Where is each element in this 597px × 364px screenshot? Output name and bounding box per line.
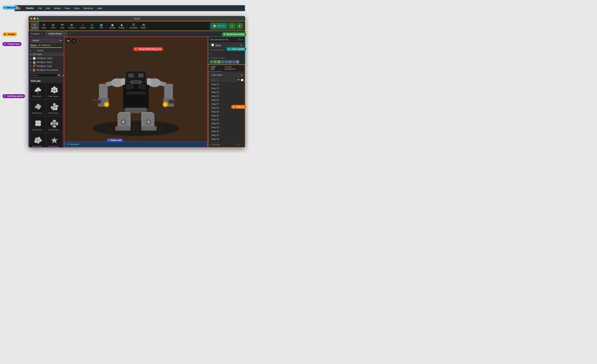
step-item-35[interactable]: › Step 35 [208,133,245,137]
part-item-plant-flower-3[interactable]: Plant Flower ... [47,100,62,116]
edit-colors-button[interactable]: ✏ [241,38,244,41]
swatch-6[interactable] [228,60,232,63]
color-select-dropdown[interactable]: White ▾ [210,43,244,48]
step-view-checkbox[interactable] [241,79,243,81]
annotation-i: I Status line [107,138,123,142]
toolbar-snap[interactable]: ⊙ Snap [88,22,96,30]
part-item-plant-brick[interactable]: Plant Brick, ... [30,83,46,99]
master-select[interactable]: Master [30,38,62,43]
step-item-31[interactable]: › Step 31 [208,118,245,122]
swatch-1[interactable] [210,60,213,63]
step-item-24[interactable]: › Step 24 [208,90,245,94]
toolbar-separator-3 [127,23,127,29]
tree-item-minifig-legs[interactable]: ▶ 🦵 Minifigure, Legs [29,64,64,68]
minimize-icon[interactable]: ⊖ [236,143,237,146]
maximize-button[interactable] [37,17,39,20]
step-item-29[interactable]: › Step 29 [208,110,245,114]
step-item-26[interactable]: › Step 26 [208,98,245,102]
part-item-plant-flower-1[interactable]: Plant Flower ... [47,83,62,99]
model-select[interactable]: Main Model [210,73,244,77]
step-item-33[interactable]: › Step 33 [208,126,245,129]
menu-item-file[interactable]: File [38,7,42,10]
list-view-button[interactable]: ▤ [62,74,64,77]
step-item-36[interactable]: › Step 36 [208,137,245,141]
step-label: Step 22 [212,83,219,86]
step-item-25[interactable]: › Step 25 [208,94,245,98]
swatch-2[interactable] [213,60,217,63]
palette-view-buttons: ▤ ⊘ ⊞ [62,74,64,77]
add-step-button[interactable]: + Add Step [210,143,220,146]
part-item-plant-flower-7[interactable]: Plant Flower ... [47,133,62,147]
tab-cougar[interactable]: Cougar.io ✕ [28,31,46,37]
filter-icon[interactable]: ⧉ [239,38,241,41]
tab-step-list[interactable]: STEP LIST [208,65,222,72]
step-item-34[interactable]: › Step 34 [208,129,245,133]
toolbar-instruction[interactable]: ☰ Instruction [128,22,139,30]
camera-button[interactable]: 📷 [66,38,71,43]
viewport-content[interactable] [64,37,208,142]
step-item-32[interactable]: › Step 32 [208,122,245,126]
part-thumb [49,135,60,145]
step-label: Step 28 [212,107,219,109]
add-icon[interactable]: + [242,143,244,146]
close-button[interactable] [30,17,32,20]
toolbar-clone[interactable]: ⧉ Clone [49,22,58,30]
toolbar-stability[interactable]: ♟ Stability [117,22,126,30]
menu-item-model[interactable]: Model [54,7,60,10]
menu-item-studio[interactable]: Studio [26,7,34,10]
step-search-input[interactable] [210,78,237,82]
tab-untitled[interactable]: Untitled Model ✕ [46,31,68,37]
swatch-4[interactable] [221,60,224,63]
menu-item-edit[interactable]: Edit [46,7,50,10]
swatch-8[interactable] [236,60,239,63]
step-list-tabs: STEP LIST COLOR VALIDATOR [208,65,245,72]
menu-item-tools[interactable]: Tools [74,7,79,10]
tab-cougar-close[interactable]: ✕ [41,32,43,35]
toolbar-connect[interactable]: ⊕ Connect [67,22,76,30]
menu-item-view[interactable]: View [65,7,70,10]
swatch-3[interactable] [217,60,220,63]
add-favorite-button[interactable]: + [210,52,212,56]
tree-tab-shapes[interactable]: Shapes [30,44,37,47]
step-item-23[interactable]: › Step 23 [208,86,245,90]
toolbar-hinge-label: Hinge [42,27,46,29]
toolbar-hinge[interactable]: ↻ Hinge [39,22,48,30]
cart-button[interactable]: 🛒 [228,23,236,29]
add-tab-button[interactable]: + [68,32,73,35]
tree-item-plant[interactable]: ▶ 🌿 Plant [29,52,64,56]
minimize-button[interactable] [33,17,36,20]
tree-item-minifig-body[interactable]: ▶ 🤖 Minifigure, Body [29,60,64,64]
toolbar-select[interactable]: ↖ Select [30,22,39,30]
toolbar-collision[interactable]: ⚠ Collision [78,22,87,30]
tree-tab-bl-categories[interactable]: BL Categories [38,44,50,47]
upload-button[interactable]: ⬆ [236,23,243,29]
target-button[interactable]: ⊙ [71,38,76,43]
sign-in-button[interactable]: 🪙 SIGN IN [211,23,228,29]
svg-point-52 [157,127,158,128]
toolbar-mosaic[interactable]: ⊞ Mosaic [139,22,148,30]
part-label: Plant Brick, ... [31,95,45,97]
tab-untitled-close[interactable]: ✕ [63,32,65,35]
menu-item-help[interactable]: Help [97,7,102,10]
step-item-22[interactable]: › Step 22 [208,82,245,86]
part-label: Plant Flower ... [31,146,45,147]
tree-item-animal[interactable]: ▶ 🐾 Animal [29,48,64,52]
swatch-5[interactable] [225,60,228,63]
tree-item-minifig-head[interactable]: ▶ ⚪ Minifigure, Head [29,56,64,60]
palette-search-input[interactable] [30,74,57,77]
toolbar-hide[interactable]: 👁 Hide [58,22,67,30]
part-item-plant-flower-5[interactable]: Plant Flower ... [47,116,62,132]
step-item-30[interactable]: › Step 30 [208,114,245,118]
camera-icon: 📷 [67,40,70,42]
settings-icon[interactable]: ⚙ [239,143,241,146]
part-item-plant-flower-4[interactable]: Plant Flower ... [30,116,46,132]
tab-color-validator[interactable]: COLOR VALIDATOR [222,65,245,72]
menu-item-bricklink[interactable]: BrickLink [84,7,93,10]
part-item-plant-flower-2[interactable]: Plant Flower ... [30,100,46,116]
toolbar-render[interactable]: ◉ Render [108,22,117,30]
swatch-7[interactable] [232,60,236,63]
toolbar-grid[interactable]: ▦ Grid [97,22,106,30]
selected-color-swatch [212,44,214,46]
tree-item-minifig-accessories[interactable]: ▶ 🎒 Minifigure Accessories [29,68,64,72]
part-item-plant-flower-6[interactable]: Plant Flower ... [30,133,46,147]
